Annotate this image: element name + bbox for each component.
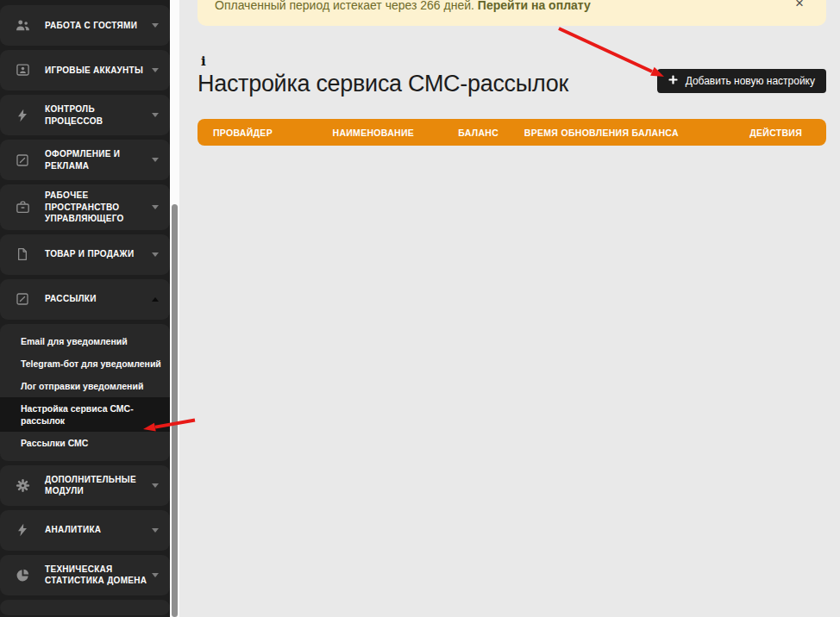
title-row: i Настройка сервиса СМС-рассылок Добавит… <box>197 53 826 97</box>
payment-banner: Оплаченный период истекает через 266 дне… <box>197 0 826 26</box>
chevron-down-icon <box>152 528 159 533</box>
sidebar-scrollbar-thumb[interactable] <box>172 204 178 617</box>
sidebar-item-label: ОФОРМЛЕНИЕ И РЕКЛАМА <box>45 148 148 171</box>
chevron-down-icon <box>152 252 159 257</box>
briefcase-icon <box>0 199 45 215</box>
sidebar-item-goods-sales[interactable]: ТОВАР И ПРОДАЖИ <box>0 234 170 275</box>
sidebar-item-guests[interactable]: РАБОТА С ГОСТЯМИ <box>0 5 170 46</box>
sidebar-item-domain-stats[interactable]: ТЕХНИЧЕСКАЯ СТАТИСТИКА ДОМЕНА <box>0 555 170 595</box>
sidebar-item-partial[interactable] <box>0 600 170 615</box>
plus-icon <box>668 75 678 87</box>
subitem-notifications-log[interactable]: Лог отправки уведомлений <box>0 375 170 397</box>
chevron-down-icon <box>152 158 159 162</box>
main-content: Оплаченный период истекает через 266 дне… <box>179 0 840 617</box>
sidebar-item-mailings[interactable]: РАССЫЛКИ <box>0 279 170 320</box>
table-header: ПРОВАЙДЕР НАИМЕНОВАНИЕ БАЛАНС ВРЕМЯ ОБНО… <box>197 119 826 146</box>
sidebar-item-label: РАБОТА С ГОСТЯМИ <box>45 20 148 32</box>
close-icon[interactable]: × <box>795 0 804 10</box>
column-header-actions: ДЕЙСТВИЯ <box>725 128 826 138</box>
payment-banner-text: Оплаченный период истекает через 266 дне… <box>215 0 474 12</box>
chevron-down-icon <box>152 573 159 577</box>
sidebar-item-label: ТЕХНИЧЕСКАЯ СТАТИСТИКА ДОМЕНА <box>45 564 148 587</box>
add-setting-button[interactable]: Добавить новую настройку <box>657 69 826 93</box>
info-icon[interactable]: i <box>201 53 568 69</box>
sidebar-item-label: РАБОЧЕЕ ПРОСТРАНСТВО УПРАВЛЯЮЩЕГО <box>45 190 148 225</box>
title-block: i Настройка сервиса СМС-рассылок <box>197 53 568 97</box>
document-icon <box>0 246 45 262</box>
lightning-icon <box>0 522 45 538</box>
sidebar-item-manager-workspace[interactable]: РАБОЧЕЕ ПРОСТРАНСТВО УПРАВЛЯЮЩЕГО <box>0 184 170 230</box>
subitem-sms-service-settings[interactable]: Настройка сервиса СМС-рассылок <box>0 397 170 432</box>
chevron-down-icon <box>152 68 159 72</box>
edit-square-icon <box>0 291 45 307</box>
go-to-payment-link[interactable]: Перейти на оплату <box>478 0 591 12</box>
sidebar-item-label: РАССЫЛКИ <box>45 293 148 305</box>
sidebar-item-process-control[interactable]: КОНТРОЛЬ ПРОЦЕССОВ <box>0 95 170 135</box>
subitem-sms-mailings[interactable]: Рассылки СМС <box>0 432 170 454</box>
chevron-down-icon <box>152 205 159 209</box>
people-icon <box>0 17 45 34</box>
chevron-up-icon <box>152 297 159 302</box>
column-header-name: НАИМЕНОВАНИЕ <box>317 128 443 138</box>
account-card-icon <box>0 62 45 78</box>
chevron-down-icon <box>152 113 159 117</box>
sidebar-item-extra-modules[interactable]: ДОПОЛНИТЕЛЬНЫЕ МОДУЛИ <box>0 465 170 506</box>
column-header-balance-update-time: ВРЕМЯ ОБНОВЛЕНИЯ БАЛАНСА <box>509 128 726 138</box>
subitem-email-notifications[interactable]: Email для уведомлений <box>0 330 170 352</box>
pie-chart-icon <box>0 567 45 583</box>
sidebar-item-design-ads[interactable]: ОФОРМЛЕНИЕ И РЕКЛАМА <box>0 140 170 180</box>
sidebar-scrollbar-track[interactable] <box>170 0 179 617</box>
page-title: Настройка сервиса СМС-рассылок <box>197 71 568 97</box>
edit-square-icon <box>0 153 45 168</box>
sidebar-item-analytics[interactable]: АНАЛИТИКА <box>0 510 170 551</box>
sidebar-item-label: КОНТРОЛЬ ПРОЦЕССОВ <box>45 103 148 127</box>
chevron-down-icon <box>152 483 159 488</box>
subitem-telegram-bot[interactable]: Telegram-бот для уведомлений <box>0 352 170 375</box>
sidebar-item-game-accounts[interactable]: ИГРОВЫЕ АККАУНТЫ <box>0 50 170 90</box>
mailings-submenu: Email для уведомлений Telegram-бот для у… <box>0 324 170 461</box>
lightning-icon <box>0 108 45 123</box>
app-root: РАБОТА С ГОСТЯМИ ИГРОВЫЕ АККАУНТЫ КОНТРО… <box>0 0 840 617</box>
column-header-provider: ПРОВАЙДЕР <box>197 128 317 138</box>
sidebar: РАБОТА С ГОСТЯМИ ИГРОВЫЕ АККАУНТЫ КОНТРО… <box>0 0 170 617</box>
chevron-down-icon <box>152 23 159 28</box>
add-setting-button-label: Добавить новую настройку <box>686 75 815 87</box>
sidebar-item-label: АНАЛИТИКА <box>45 524 148 536</box>
column-header-balance: БАЛАНС <box>442 128 509 138</box>
sidebar-item-label: ТОВАР И ПРОДАЖИ <box>45 248 148 260</box>
sidebar-item-label: ИГРОВЫЕ АККАУНТЫ <box>45 65 148 77</box>
sidebar-item-label: ДОПОЛНИТЕЛЬНЫЕ МОДУЛИ <box>45 474 148 497</box>
gear-icon <box>0 477 45 494</box>
table-body <box>197 146 826 180</box>
